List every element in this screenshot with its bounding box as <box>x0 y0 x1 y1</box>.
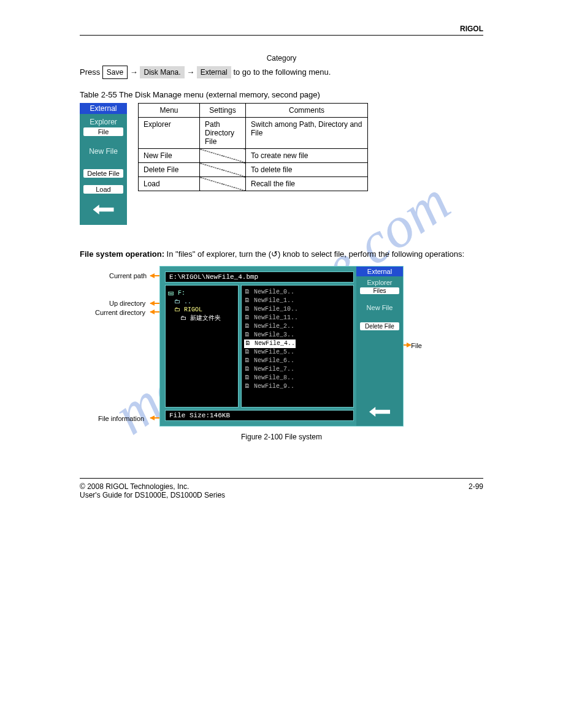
list-item: NewFile_10.. <box>244 305 351 314</box>
subsection-heading: File system operation: In "files" of exp… <box>80 249 483 259</box>
annot-current-path: Current path <box>109 272 147 279</box>
ss-menu-explorer[interactable]: Explorer Files <box>356 276 403 297</box>
ss-menu-newfile[interactable]: New File <box>356 297 403 319</box>
menu-item-load[interactable]: Load <box>80 180 127 196</box>
annot-file: File <box>411 342 422 349</box>
page-number: 2-99 <box>469 482 483 491</box>
ss-file-pane[interactable]: NewFile_0.. NewFile_1.. NewFile_10.. New… <box>241 285 354 408</box>
list-item: NewFile_6.. <box>244 357 351 365</box>
menu-item-deletefile[interactable]: Delete File <box>80 164 127 180</box>
list-item: NewFile_8.. <box>244 374 351 382</box>
list-item: NewFile_1.. <box>244 297 351 305</box>
list-item: NewFile_3.. <box>244 331 351 339</box>
header-rule <box>80 35 483 36</box>
ss-menu-deletefile[interactable]: Delete File <box>356 319 403 333</box>
external-button-ref: External <box>197 66 231 78</box>
list-item: NewFile_0.. <box>244 288 351 297</box>
screenshot-panel: E:\RIGOL\NewFile_4.bmp 🖴 F: 🗀 .. 🗀 RIGOL… <box>159 266 404 427</box>
annot-up-dir: Up directory <box>109 300 145 307</box>
header-brand: RIGOL <box>80 25 483 33</box>
footer-sub: User's Guide for DS1000E, DS1000D Series <box>80 491 483 499</box>
ss-path-bar: E:\RIGOL\NewFile_4.bmp <box>165 271 354 282</box>
list-item: NewFile_2.. <box>244 322 351 331</box>
menu-sub-file: File <box>83 127 123 136</box>
ss-menu-return[interactable] <box>356 400 403 426</box>
annot-current-dir: Current directory <box>95 309 145 316</box>
annot-file-info: File information <box>98 415 144 422</box>
menu-item-explorer[interactable]: Explorer File <box>80 114 127 138</box>
menu-panel-figure: External Explorer File New File Delete F… <box>80 103 127 225</box>
table-row: New File To create new file <box>139 149 368 163</box>
menu-table: Menu Settings Comments Explorer Path Dir… <box>138 103 368 191</box>
ss-menu-header: External <box>356 267 403 276</box>
return-arrow-icon <box>93 205 114 214</box>
footer: © 2008 RIGOL Technologies, Inc. 2-99 <box>80 479 483 491</box>
table-row: Explorer Path Directory File Switch amon… <box>139 118 368 149</box>
save-button-ref: Save <box>102 66 128 79</box>
menu-item-newfile[interactable]: New File <box>80 138 127 164</box>
table-caption: Table 2-55 The Disk Manage menu (externa… <box>80 90 483 99</box>
table-row: Load Recall the file <box>139 177 368 191</box>
list-item: NewFile_5.. <box>244 348 351 357</box>
list-item: NewFile_9.. <box>244 382 351 391</box>
ss-status-bar: File Size:146KB <box>165 410 354 421</box>
menu-header: External <box>80 103 127 114</box>
ss-directory-pane[interactable]: 🖴 F: 🗀 .. 🗀 RIGOL 🗀 新建文件夹 <box>165 285 239 408</box>
diskmana-button-ref: Disk Mana. <box>140 66 184 78</box>
ss-menu-panel: External Explorer Files New File Delete … <box>356 267 403 426</box>
page-category: Category <box>80 54 483 63</box>
list-item-selected: NewFile_4.. <box>244 339 296 348</box>
list-item: NewFile_11.. <box>244 314 351 322</box>
list-item: NewFile_7.. <box>244 365 351 374</box>
table-row: Delete File To delete file <box>139 163 368 177</box>
return-arrow-icon <box>369 407 390 417</box>
intro-paragraph: Press Save → Disk Mana. → External to go… <box>80 66 483 79</box>
footer-left: © 2008 RIGOL Technologies, Inc. <box>80 482 189 491</box>
table-header-row: Menu Settings Comments <box>139 104 368 118</box>
figure-caption: Figure 2-100 File system <box>80 433 483 441</box>
menu-return[interactable] <box>80 196 127 225</box>
